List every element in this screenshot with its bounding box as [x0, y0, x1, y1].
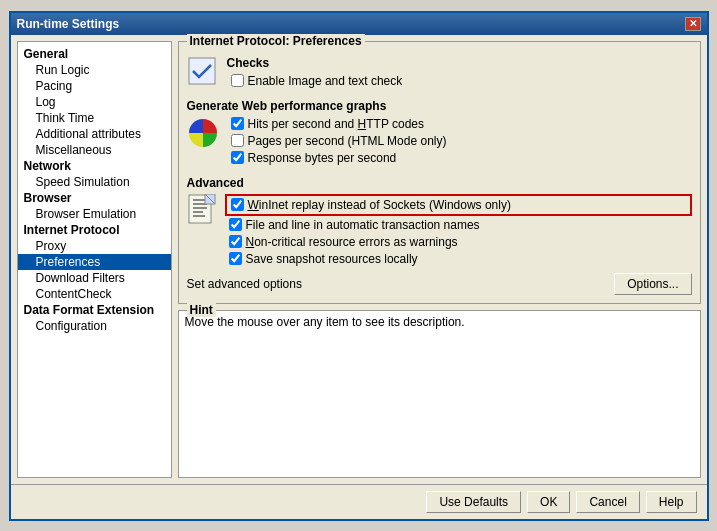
titlebar: Run-time Settings ✕	[11, 13, 707, 35]
use-defaults-button[interactable]: Use Defaults	[426, 491, 521, 513]
wininet-check-row: WinInet replay instead of Sockets (Windo…	[225, 194, 692, 216]
tree-panel: GeneralRun LogicPacingLogThink TimeAddit…	[17, 41, 172, 478]
advanced-row: WinInet replay instead of Sockets (Windo…	[187, 194, 692, 269]
tree-item-network[interactable]: Network	[18, 158, 171, 174]
file-line-check-row: File and line in automatic transaction n…	[225, 218, 692, 232]
generate-subsection: Generate Web performance graphs	[187, 99, 692, 168]
pages-checkbox[interactable]	[231, 134, 244, 147]
wininet-label: WinInet replay instead of Sockets (Windo…	[248, 198, 511, 212]
help-button[interactable]: Help	[646, 491, 697, 513]
noncritical-label: Non-critical resource errors as warnings	[246, 235, 458, 249]
noncritical-check-row: Non-critical resource errors as warnings	[225, 235, 692, 249]
hint-text: Move the mouse over any item to see its …	[185, 315, 465, 329]
bottom-bar: Use Defaults OK Cancel Help	[11, 484, 707, 519]
checks-icon	[187, 56, 219, 88]
hits-check-row: Hits per second and HTTP codes	[227, 117, 447, 131]
tree-item-general[interactable]: General	[18, 46, 171, 62]
enable-image-checkbox[interactable]	[231, 74, 244, 87]
response-label: Response bytes per second	[248, 151, 397, 165]
tree-item-additional-attributes[interactable]: Additional attributes	[18, 126, 171, 142]
tree-item-pacing[interactable]: Pacing	[18, 78, 171, 94]
tree-item-configuration[interactable]: Configuration	[18, 318, 171, 334]
wininet-checkbox[interactable]	[231, 198, 244, 211]
cancel-button[interactable]: Cancel	[576, 491, 639, 513]
generate-items: Hits per second and HTTP codes Pages per…	[227, 117, 447, 168]
tree-item-log[interactable]: Log	[18, 94, 171, 110]
pie-chart-icon	[187, 117, 219, 149]
svg-rect-5	[193, 207, 207, 209]
window-title: Run-time Settings	[17, 17, 120, 31]
close-button[interactable]: ✕	[685, 17, 701, 31]
main-window: Run-time Settings ✕ GeneralRun LogicPaci…	[9, 11, 709, 521]
checks-items: Checks Enable Image and text check	[227, 56, 403, 91]
snapshot-label: Save snapshot resources locally	[246, 252, 418, 266]
response-check-row: Response bytes per second	[227, 151, 447, 165]
generate-label: Generate Web performance graphs	[187, 99, 692, 113]
tree-item-proxy[interactable]: Proxy	[18, 238, 171, 254]
titlebar-buttons: ✕	[685, 17, 701, 31]
hits-label: Hits per second and HTTP codes	[248, 117, 425, 131]
content-area: GeneralRun LogicPacingLogThink TimeAddit…	[11, 35, 707, 484]
tree-item-browser-emulation[interactable]: Browser Emulation	[18, 206, 171, 222]
enable-image-check-row: Enable Image and text check	[227, 74, 403, 88]
tree-item-preferences[interactable]: Preferences	[18, 254, 171, 270]
file-line-label: File and line in automatic transaction n…	[246, 218, 480, 232]
options-button[interactable]: Options...	[614, 273, 691, 295]
options-row: Set advanced options Options...	[187, 273, 692, 295]
advanced-label: Advanced	[187, 176, 692, 190]
document-icon	[187, 194, 217, 224]
tree-item-internet-protocol[interactable]: Internet Protocol	[18, 222, 171, 238]
tree-item-run-logic[interactable]: Run Logic	[18, 62, 171, 78]
pages-label: Pages per second (HTML Mode only)	[248, 134, 447, 148]
advanced-checks: WinInet replay instead of Sockets (Windo…	[225, 194, 692, 269]
section-title: Internet Protocol: Preferences	[187, 34, 365, 48]
pages-check-row: Pages per second (HTML Mode only)	[227, 134, 447, 148]
tree-item-data-format-extension[interactable]: Data Format Extension	[18, 302, 171, 318]
tree-item-think-time[interactable]: Think Time	[18, 110, 171, 126]
ok-button[interactable]: OK	[527, 491, 570, 513]
tree-item-download-filters[interactable]: Download Filters	[18, 270, 171, 286]
checks-subsection: Checks Enable Image and text check	[187, 56, 692, 91]
snapshot-checkbox[interactable]	[229, 252, 242, 265]
hits-checkbox[interactable]	[231, 117, 244, 130]
svg-rect-7	[193, 215, 205, 217]
hint-box: Hint Move the mouse over any item to see…	[178, 310, 701, 478]
tree-item-speed-simulation[interactable]: Speed Simulation	[18, 174, 171, 190]
response-checkbox[interactable]	[231, 151, 244, 164]
tree-item-browser[interactable]: Browser	[18, 190, 171, 206]
tree-item-contentcheck[interactable]: ContentCheck	[18, 286, 171, 302]
hint-title: Hint	[187, 303, 216, 317]
set-advanced-label: Set advanced options	[187, 277, 302, 291]
tree-item-miscellaneous[interactable]: Miscellaneous	[18, 142, 171, 158]
svg-rect-6	[193, 211, 203, 213]
section-group: Internet Protocol: Preferences Checks	[178, 41, 701, 304]
noncritical-checkbox[interactable]	[229, 235, 242, 248]
snapshot-check-row: Save snapshot resources locally	[225, 252, 692, 266]
checks-label: Checks	[227, 56, 403, 70]
file-line-checkbox[interactable]	[229, 218, 242, 231]
main-panel: Internet Protocol: Preferences Checks	[178, 41, 701, 478]
generate-section: Hits per second and HTTP codes Pages per…	[187, 117, 692, 168]
svg-rect-0	[189, 58, 215, 84]
enable-image-label: Enable Image and text check	[248, 74, 403, 88]
advanced-subsection: Advanced	[187, 176, 692, 295]
